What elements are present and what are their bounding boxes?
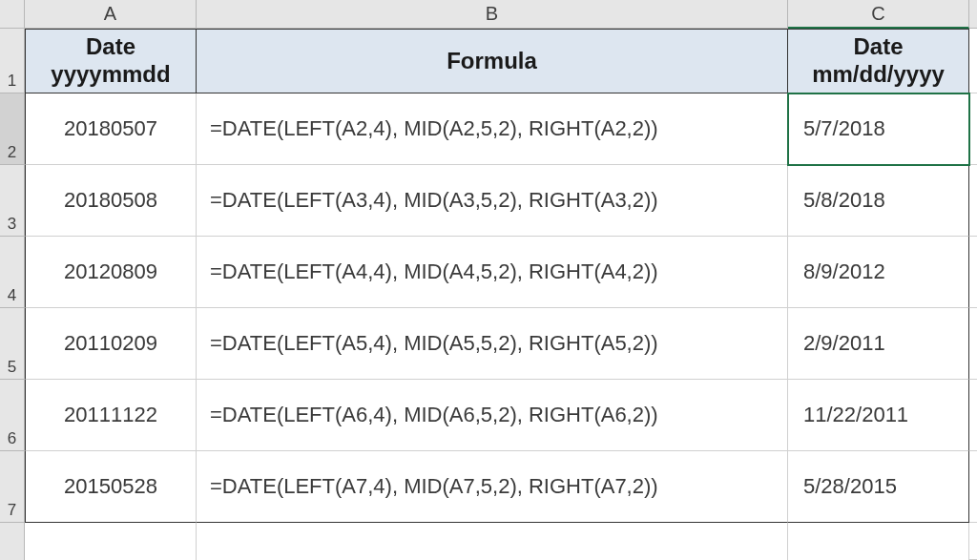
- cell-A7[interactable]: 20150528: [25, 451, 197, 523]
- col-header-A[interactable]: A: [25, 0, 197, 29]
- cell-C7[interactable]: 5/28/2015: [788, 451, 969, 523]
- cell-B1-header[interactable]: Formula: [197, 29, 788, 93]
- cell-C6[interactable]: 11/22/2011: [788, 380, 969, 451]
- edge-r2: [969, 93, 977, 165]
- edge-r7: [969, 451, 977, 523]
- row-header-4[interactable]: 4: [0, 237, 25, 308]
- cell-B-overflow[interactable]: [197, 523, 788, 560]
- row-header-overflow[interactable]: [0, 523, 25, 560]
- cell-B7[interactable]: =DATE(LEFT(A7,4), MID(A7,5,2), RIGHT(A7,…: [197, 451, 788, 523]
- cell-A3[interactable]: 20180508: [25, 165, 197, 237]
- row-header-6[interactable]: 6: [0, 380, 25, 451]
- cell-B3[interactable]: =DATE(LEFT(A3,4), MID(A3,5,2), RIGHT(A3,…: [197, 165, 788, 237]
- row-header-7[interactable]: 7: [0, 451, 25, 523]
- col-header-B[interactable]: B: [197, 0, 788, 29]
- cell-A6[interactable]: 20111122: [25, 380, 197, 451]
- edge-r6: [969, 380, 977, 451]
- cell-A5[interactable]: 20110209: [25, 308, 197, 380]
- cell-C2-active[interactable]: 5/7/2018: [788, 93, 969, 165]
- cell-C3[interactable]: 5/8/2018: [788, 165, 969, 237]
- edge-r5: [969, 308, 977, 380]
- edge-r4: [969, 237, 977, 308]
- cell-A4[interactable]: 20120809: [25, 237, 197, 308]
- row-header-1[interactable]: 1: [0, 29, 25, 93]
- spreadsheet-grid[interactable]: A B C 1 Date yyyymmdd Formula Date mm/dd…: [0, 0, 977, 560]
- edge-overflow: [969, 523, 977, 560]
- select-all-corner[interactable]: [0, 0, 25, 29]
- cell-B2[interactable]: =DATE(LEFT(A2,4), MID(A2,5,2), RIGHT(A2,…: [197, 93, 788, 165]
- cell-C4[interactable]: 8/9/2012: [788, 237, 969, 308]
- cell-B4[interactable]: =DATE(LEFT(A4,4), MID(A4,5,2), RIGHT(A4,…: [197, 237, 788, 308]
- cell-C-overflow[interactable]: [788, 523, 969, 560]
- cell-C1-header[interactable]: Date mm/dd/yyyy: [788, 29, 969, 93]
- row-header-3[interactable]: 3: [0, 165, 25, 237]
- col-header-overflow: [969, 0, 977, 29]
- row-header-5[interactable]: 5: [0, 308, 25, 380]
- cell-A-overflow[interactable]: [25, 523, 197, 560]
- cell-A2[interactable]: 20180507: [25, 93, 197, 165]
- edge-r3: [969, 165, 977, 237]
- cell-B5[interactable]: =DATE(LEFT(A5,4), MID(A5,5,2), RIGHT(A5,…: [197, 308, 788, 380]
- row-header-2[interactable]: 2: [0, 93, 25, 165]
- col-header-C[interactable]: C: [788, 0, 969, 29]
- cell-A1-header[interactable]: Date yyyymmdd: [25, 29, 197, 93]
- cell-C5[interactable]: 2/9/2011: [788, 308, 969, 380]
- edge-r1: [969, 29, 977, 93]
- cell-B6[interactable]: =DATE(LEFT(A6,4), MID(A6,5,2), RIGHT(A6,…: [197, 380, 788, 451]
